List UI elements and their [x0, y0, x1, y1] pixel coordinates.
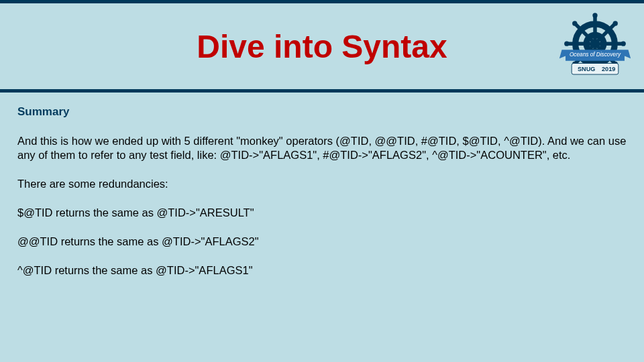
- body-paragraph-5: ^@TID returns the same as @TID->"AFLAGS1…: [17, 263, 627, 278]
- section-heading: Summary: [17, 105, 627, 119]
- conference-logo-icon: Oceans of Discovery SNUG 2019: [558, 10, 632, 87]
- slide-body: Summary And this is how we ended up with…: [0, 93, 644, 278]
- logo-banner-text: Oceans of Discovery: [570, 52, 621, 58]
- slide-title: Dive into Syntax: [197, 28, 447, 65]
- slide-header: Dive into Syntax Oceans of Discovery: [0, 0, 644, 93]
- body-paragraph-3: $@TID returns the same as @TID->"ARESULT…: [17, 206, 627, 220]
- svg-point-6: [592, 41, 598, 47]
- svg-point-10: [621, 42, 626, 46]
- svg-point-9: [564, 42, 569, 46]
- body-paragraph-1: And this is how we ended up with 5 diffe…: [17, 134, 627, 162]
- logo-year-text: 2019: [602, 66, 615, 72]
- svg-point-14: [572, 21, 577, 25]
- logo-org-text: SNUG: [578, 66, 595, 72]
- body-paragraph-4: @@TID returns the same as @TID->"AFLAGS2…: [17, 235, 627, 249]
- svg-point-13: [613, 21, 618, 25]
- body-paragraph-2: There are some redundancies:: [17, 177, 627, 191]
- svg-point-7: [592, 13, 597, 17]
